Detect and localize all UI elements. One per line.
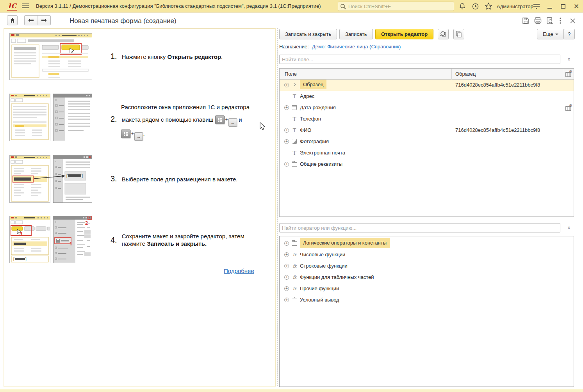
assignment-label: Назначение: — [279, 44, 309, 50]
fields-table: Поле Образец Образец 716d4028ec854affb4c… — [279, 68, 574, 217]
notifications-bell-icon[interactable] — [458, 2, 467, 11]
app-window: 1С Версия 3.1.11 / Демонстрационная конф… — [0, 0, 583, 392]
field-type-icon — [292, 139, 297, 144]
save-and-close-button[interactable]: Записать и закрыть — [279, 29, 337, 39]
expand-icon[interactable] — [284, 83, 289, 87]
expand-icon[interactable] — [284, 241, 289, 246]
copy-icon — [456, 31, 462, 37]
more-dots-icon[interactable] — [558, 17, 563, 25]
step4-marker-2: 2 — [85, 220, 88, 226]
table-row-obshchie-rekvizity[interactable]: Общие реквизиты — [280, 159, 574, 170]
history-icon[interactable] — [471, 2, 480, 11]
window-title: Версия 3.1.11 / Демонстрационная конфигу… — [36, 3, 321, 9]
column-sample[interactable]: Образец — [455, 71, 476, 77]
function-icon — [292, 263, 297, 269]
table-row-elektronnaya-pochta[interactable]: Электронная почта — [280, 147, 574, 159]
tree-row-other-functions[interactable]: Прочие функции — [280, 283, 574, 294]
table-row-adres[interactable]: Адрес — [280, 91, 574, 102]
step4-marker-3: 3 — [20, 231, 22, 237]
forward-arrow-icon — [41, 18, 47, 22]
field-search-clear-button[interactable]: x — [566, 56, 572, 62]
step4-marker-1: 1 — [70, 241, 72, 247]
group-icon — [292, 241, 297, 246]
tree-row-tabular-functions[interactable]: Функции для табличных частей — [280, 272, 574, 283]
home-button[interactable] — [7, 15, 18, 25]
table-row-obrazec[interactable]: Образец 716d4028ec854affb4c51e2211bbc9f8 — [280, 80, 574, 91]
expand-icon[interactable] — [284, 298, 289, 302]
main-menu-icon[interactable] — [22, 4, 29, 9]
current-user[interactable]: Администратор — [497, 4, 533, 9]
table-settings-icon-floating[interactable] — [563, 104, 573, 112]
panel-splitter[interactable] — [277, 28, 278, 386]
tutorial-panel — [4, 28, 275, 386]
svg-text:[: [ — [13, 257, 14, 261]
svg-text:]: ] — [25, 257, 27, 261]
step4-text: 4. Сохраните макет и закройте редактор, … — [111, 232, 244, 247]
step2-editor-thumbnail — [53, 94, 92, 141]
minimize-button[interactable] — [545, 2, 554, 11]
horizontal-splitter[interactable] — [279, 221, 574, 221]
1c-logo: 1С — [7, 2, 17, 11]
find-sample-button[interactable] — [438, 29, 449, 39]
open-editor-button[interactable]: Открыть редактор — [375, 29, 433, 39]
expand-icon[interactable] — [284, 252, 289, 257]
expand-icon[interactable] — [284, 264, 289, 268]
table-row-telefon[interactable]: Телефон — [280, 114, 574, 125]
help-button[interactable]: ? — [563, 29, 575, 39]
fields-table-header[interactable]: Поле Образец — [280, 69, 574, 80]
table-row-data-rozhdeniya[interactable]: Дата рождения — [280, 102, 574, 114]
function-icon — [292, 275, 297, 280]
tree-row-logical-operators[interactable]: Логические операторы и константы — [280, 238, 574, 249]
tree-row-string-functions[interactable]: Строковые функции — [280, 261, 574, 272]
forward-button[interactable] — [37, 16, 50, 25]
close-form-icon[interactable] — [568, 17, 577, 25]
expand-icon[interactable] — [284, 275, 289, 280]
maximize-button[interactable] — [558, 2, 568, 11]
operator-search-clear-button[interactable]: x — [566, 225, 572, 231]
global-search[interactable] — [338, 2, 454, 11]
right-arrow-key-icon — [134, 132, 143, 141]
global-search-input[interactable] — [348, 2, 452, 10]
save-button[interactable]: Записать — [339, 29, 373, 39]
service-menu-icon[interactable] — [532, 2, 541, 11]
expand-icon[interactable] — [284, 105, 289, 110]
expand-icon[interactable] — [284, 286, 289, 291]
table-settings-icon[interactable] — [563, 70, 573, 78]
chevron-right-icon — [292, 83, 296, 86]
save-icon[interactable] — [521, 17, 530, 25]
back-button[interactable] — [25, 16, 37, 25]
titlebar: 1С Версия 3.1.11 / Демонстрационная конф… — [0, 0, 583, 12]
preview-icon[interactable] — [546, 17, 554, 25]
expand-icon[interactable] — [284, 128, 289, 133]
copy-button[interactable] — [453, 29, 464, 39]
field-search-input[interactable] — [280, 55, 560, 64]
group-icon — [292, 298, 297, 302]
table-row-fotografiya[interactable]: Фотография — [280, 136, 574, 147]
close-window-button[interactable]: ✕ — [572, 2, 581, 11]
mouse-cursor — [260, 122, 266, 131]
operators-tree: Логические операторы и константы Числовы… — [279, 236, 574, 387]
magnifier-doc-icon — [440, 31, 447, 37]
tree-row-numeric-functions[interactable]: Числовые функции — [280, 249, 574, 261]
status-strip — [0, 389, 583, 392]
step2-text: Расположите окна приложения 1С и редакто… — [111, 102, 275, 141]
field-type-icon — [292, 116, 297, 122]
field-type-icon — [292, 105, 297, 110]
home-icon — [10, 18, 15, 23]
function-icon — [292, 252, 297, 257]
field-type-icon — [292, 94, 297, 99]
column-field[interactable]: Поле — [285, 71, 297, 77]
more-actions-button[interactable]: Еще — [537, 29, 564, 39]
favorites-star-icon[interactable] — [484, 2, 493, 11]
table-row-fio[interactable]: ФИО 716d4028ec854affb4c51e2211bbc9f8 — [280, 125, 574, 136]
print-icon[interactable] — [533, 17, 542, 25]
back-arrow-icon — [28, 18, 34, 22]
step1-text: 1.Нажмите кнопку Открыть редактор. — [111, 52, 223, 61]
tree-row-conditional-output[interactable]: Условный вывод — [280, 294, 574, 306]
expand-icon[interactable] — [284, 139, 289, 144]
field-type-icon — [292, 162, 297, 167]
more-details-link[interactable]: Подробнее — [224, 268, 254, 274]
assignment-link[interactable]: Демо: Физические лица (Справочник) — [312, 44, 401, 50]
operator-search-input[interactable] — [280, 223, 560, 232]
expand-icon[interactable] — [284, 162, 289, 167]
